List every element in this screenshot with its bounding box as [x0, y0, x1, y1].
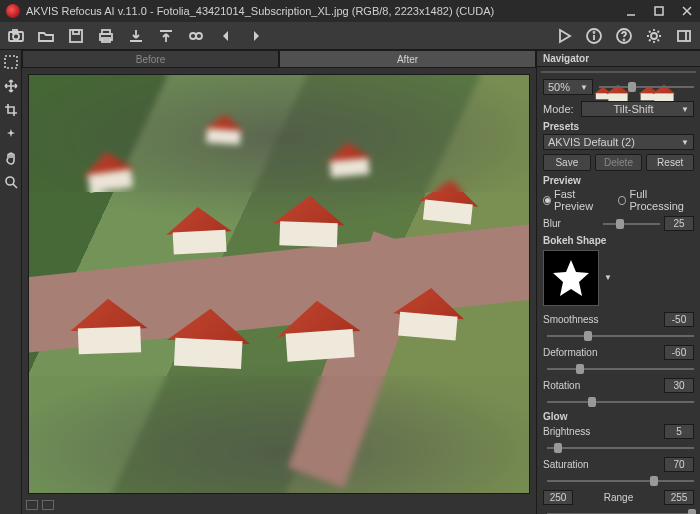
forward-arrow-icon[interactable]	[246, 26, 266, 46]
svg-point-18	[624, 39, 625, 40]
range-slider[interactable]	[547, 509, 694, 514]
zoom-combo[interactable]: 50%▼	[543, 79, 593, 95]
fast-preview-radio[interactable]: Fast Preview	[543, 188, 608, 212]
svg-point-19	[651, 33, 657, 39]
smoothness-label: Smoothness	[543, 314, 599, 325]
smoothness-value[interactable]: -50	[664, 312, 694, 327]
mode-combo[interactable]: Tilt-Shift▼	[581, 101, 694, 117]
svg-point-16	[594, 32, 595, 33]
svg-rect-22	[5, 56, 17, 68]
view-mode-split-icon[interactable]	[42, 500, 54, 510]
full-processing-radio[interactable]: Full Processing	[618, 188, 694, 212]
main-toolbar	[0, 22, 700, 50]
export-icon[interactable]	[126, 26, 146, 46]
svg-line-24	[13, 184, 17, 188]
tab-after[interactable]: After	[279, 50, 536, 68]
presets-header: Presets	[537, 119, 700, 132]
titlebar: AKVIS Refocus AI v.11.0 - Fotolia_434210…	[0, 0, 700, 22]
import-icon[interactable]	[156, 26, 176, 46]
mode-label: Mode:	[543, 103, 577, 115]
preset-save-button[interactable]: Save	[543, 154, 591, 171]
image-canvas[interactable]	[28, 74, 530, 494]
svg-point-23	[6, 177, 14, 185]
brightness-label: Brightness	[543, 426, 599, 437]
deformation-value[interactable]: -60	[664, 345, 694, 360]
preview-header: Preview	[537, 173, 700, 186]
close-button[interactable]	[680, 4, 694, 18]
svg-rect-20	[678, 31, 690, 41]
camera-icon[interactable]	[6, 26, 26, 46]
open-icon[interactable]	[36, 26, 56, 46]
svg-rect-1	[655, 7, 663, 15]
chevron-down-icon: ▼	[681, 138, 689, 147]
blur-label: Blur	[543, 218, 599, 229]
range-label: Range	[577, 492, 660, 503]
rotation-value[interactable]: 30	[664, 378, 694, 393]
minimize-button[interactable]	[624, 4, 638, 18]
tab-before[interactable]: Before	[22, 50, 279, 68]
range-high-value[interactable]: 255	[664, 490, 694, 505]
glow-header: Glow	[537, 409, 700, 422]
saturation-label: Saturation	[543, 459, 599, 470]
bokeh-header: Bokeh Shape	[537, 233, 700, 246]
rotation-label: Rotation	[543, 380, 599, 391]
svg-rect-7	[70, 30, 82, 42]
left-toolbox	[0, 50, 22, 514]
settings-panel: Navigator 50%▼ Mode: Tilt-Shift▼ Presets…	[536, 50, 700, 514]
navigator-thumbnail[interactable]	[541, 71, 696, 73]
run-icon[interactable]	[554, 26, 574, 46]
mode-value: Tilt-Shift	[614, 103, 654, 115]
svg-point-5	[13, 33, 19, 39]
move-tool-icon[interactable]	[3, 78, 19, 94]
chevron-down-icon: ▼	[580, 83, 588, 92]
sparkle-tool-icon[interactable]	[3, 126, 19, 142]
save-icon[interactable]	[66, 26, 86, 46]
preset-value: AKVIS Default (2)	[548, 136, 635, 148]
brightness-slider[interactable]	[547, 443, 694, 453]
preset-combo[interactable]: AKVIS Default (2)▼	[543, 134, 694, 150]
zoom-slider[interactable]	[599, 82, 694, 92]
panels-icon[interactable]	[674, 26, 694, 46]
svg-rect-8	[73, 30, 79, 34]
smoothness-slider[interactable]	[547, 331, 694, 341]
blur-slider[interactable]	[603, 219, 660, 229]
svg-point-13	[196, 33, 202, 39]
bokeh-shape-selector[interactable]: ▼	[543, 250, 599, 306]
zoom-value: 50%	[548, 81, 570, 93]
deformation-label: Deformation	[543, 347, 599, 358]
crop-tool-icon[interactable]	[3, 102, 19, 118]
view-mode-single-icon[interactable]	[26, 500, 38, 510]
window-title: AKVIS Refocus AI v.11.0 - Fotolia_434210…	[26, 5, 624, 17]
maximize-button[interactable]	[652, 4, 666, 18]
blur-value[interactable]: 25	[664, 216, 694, 231]
navigator-header: Navigator	[537, 50, 700, 67]
saturation-value[interactable]: 70	[664, 457, 694, 472]
hand-tool-icon[interactable]	[3, 150, 19, 166]
chevron-down-icon: ▼	[681, 105, 689, 114]
canvas-area: Before After	[22, 50, 536, 514]
preview-area-tool-icon[interactable]	[3, 54, 19, 70]
preset-delete-button[interactable]: Delete	[595, 154, 643, 171]
chevron-down-icon: ▼	[604, 273, 612, 282]
star-icon	[549, 256, 593, 300]
info-icon[interactable]	[584, 26, 604, 46]
help-icon[interactable]	[614, 26, 634, 46]
batch-icon[interactable]	[186, 26, 206, 46]
zoom-tool-icon[interactable]	[3, 174, 19, 190]
saturation-slider[interactable]	[547, 476, 694, 486]
app-icon	[6, 4, 20, 18]
gear-icon[interactable]	[644, 26, 664, 46]
back-arrow-icon[interactable]	[216, 26, 236, 46]
brightness-value[interactable]: 5	[664, 424, 694, 439]
svg-rect-10	[102, 30, 110, 34]
canvas-footer	[22, 500, 536, 514]
range-low-value[interactable]: 250	[543, 490, 573, 505]
print-icon[interactable]	[96, 26, 116, 46]
rotation-slider[interactable]	[547, 397, 694, 407]
deformation-slider[interactable]	[547, 364, 694, 374]
preset-reset-button[interactable]: Reset	[646, 154, 694, 171]
